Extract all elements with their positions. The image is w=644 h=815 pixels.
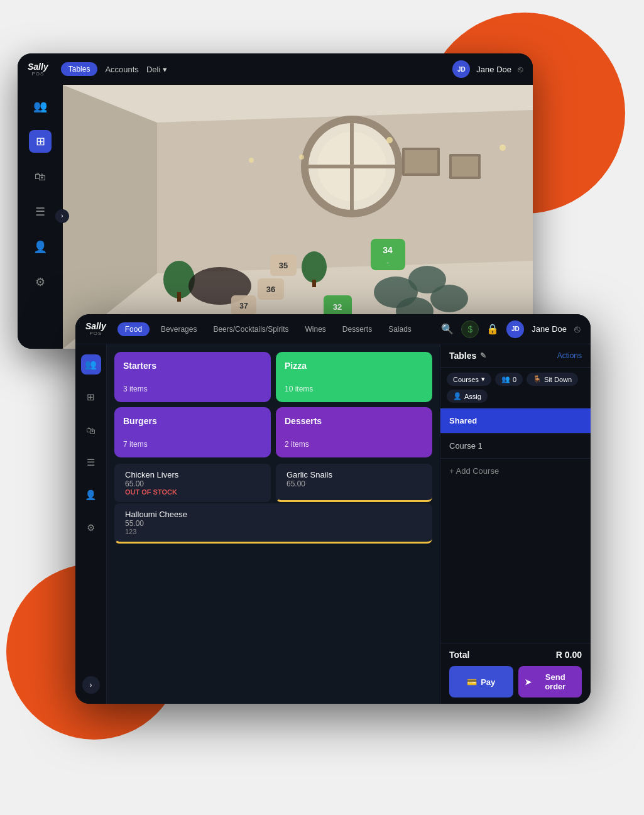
svg-rect-10 <box>405 150 437 173</box>
back-nav-accounts[interactable]: Accounts <box>105 65 138 74</box>
dollar-icon[interactable]: $ <box>461 320 479 338</box>
svg-point-24 <box>430 285 468 312</box>
search-icon[interactable]: 🔍 <box>441 323 454 335</box>
restaurant-floor-plan: 34 - 35 36 37 32 <box>63 85 533 349</box>
order-panel-controls: Courses ▾ 👥 0 🪑 Sit Down 👤 Assig <box>440 368 591 408</box>
burgers-name: Burgers <box>123 416 262 426</box>
items-row-1: Chicken Livers 65.00 OUT OF STOCK Garlic… <box>114 464 432 502</box>
room-svg: 34 - 35 36 37 32 <box>63 85 533 349</box>
course-shared[interactable]: Shared <box>440 408 591 434</box>
front-tablet-header: Sally POS Food Beverages Beers/Cocktails… <box>75 314 591 344</box>
back-logo-text: Sally <box>28 62 48 71</box>
item-chicken-livers[interactable]: Chicken Livers 65.00 OUT OF STOCK <box>114 464 271 502</box>
starters-count: 3 items <box>123 385 262 393</box>
back-sidebar-people-icon[interactable]: 👥 <box>29 95 52 118</box>
pay-button[interactable]: 💳 Pay <box>449 666 513 697</box>
back-nav-tables[interactable]: Tables <box>61 62 98 76</box>
tables-label: Tables ✎ <box>449 351 486 361</box>
back-logo: Sally POS <box>28 62 48 77</box>
edit-tables-icon[interactable]: ✎ <box>480 351 486 360</box>
category-desserts[interactable]: Desserts 2 items <box>276 407 432 457</box>
svg-text:-: - <box>386 258 389 266</box>
guests-pill[interactable]: 👥 0 <box>495 373 523 386</box>
tab-beverages[interactable]: Beverages <box>156 322 202 336</box>
course-1[interactable]: Course 1 <box>440 434 591 459</box>
front-sidebar-list-icon[interactable]: ☰ <box>81 452 101 473</box>
front-user-name: Jane Doe <box>532 324 567 334</box>
svg-point-13 <box>386 137 393 143</box>
order-panel-header: Tables ✎ Actions <box>440 344 591 368</box>
category-burgers[interactable]: Burgers 7 items <box>114 407 271 457</box>
assign-button[interactable]: 👤 Assig <box>447 390 488 403</box>
total-label: Total <box>449 650 469 660</box>
items-row-2: Halloumi Cheese 55.00 123 <box>114 503 432 544</box>
front-tablet-body: 👥 ⊞ 🛍 ☰ 👤 ⚙ › Starters 3 items Pizza 10 … <box>75 344 591 704</box>
halloumi-price: 55.00 <box>125 519 423 528</box>
front-sidebar-collapse[interactable]: › <box>82 676 100 694</box>
desserts-name: Desserts <box>285 416 423 426</box>
svg-point-16 <box>299 155 304 160</box>
front-logout-icon[interactable]: ⎋ <box>574 324 581 335</box>
front-sidebar-tables-icon[interactable]: ⊞ <box>81 387 101 407</box>
total-amount: R 0.00 <box>556 650 582 660</box>
category-grid: Starters 3 items Pizza 10 items Burgers … <box>114 352 432 457</box>
tab-salads[interactable]: Salads <box>383 322 417 336</box>
halloumi-code: 123 <box>125 528 423 535</box>
category-pizza[interactable]: Pizza 10 items <box>276 352 432 402</box>
back-logo-sub: POS <box>31 71 44 77</box>
back-collapse-button[interactable]: › <box>55 209 69 223</box>
back-sidebar-tables-icon[interactable]: ⊞ <box>29 130 52 153</box>
tab-wines[interactable]: Wines <box>300 322 330 336</box>
sit-down-button[interactable]: 🪑 Sit Down <box>527 373 578 386</box>
svg-text:32: 32 <box>333 302 342 312</box>
svg-text:35: 35 <box>279 261 288 270</box>
front-tablet: Sally POS Food Beverages Beers/Cocktails… <box>75 314 591 704</box>
svg-rect-12 <box>452 156 478 177</box>
pay-icon: 💳 <box>467 677 477 687</box>
front-sidebar-settings-icon[interactable]: ⚙ <box>81 518 101 538</box>
chicken-livers-price: 65.00 <box>125 479 262 488</box>
chicken-livers-status: OUT OF STOCK <box>125 488 262 496</box>
svg-point-15 <box>249 158 254 163</box>
svg-text:36: 36 <box>266 285 275 294</box>
desserts-count: 2 items <box>285 440 423 449</box>
room-bg: 34 - 35 36 37 32 <box>63 85 533 349</box>
front-sidebar-team-icon[interactable]: 👤 <box>81 485 101 505</box>
item-halloumi[interactable]: Halloumi Cheese 55.00 123 <box>114 503 432 544</box>
lock-icon[interactable]: 🔒 <box>486 323 499 335</box>
garlic-snails-name: Garlic Snails <box>287 470 423 479</box>
order-panel: Tables ✎ Actions Courses ▾ 👥 0 🪑 Sit Dow… <box>440 344 591 704</box>
send-icon: ➤ <box>525 677 532 687</box>
category-starters[interactable]: Starters 3 items <box>114 352 271 402</box>
add-course-button[interactable]: + Add Course <box>440 459 591 483</box>
tab-food[interactable]: Food <box>117 322 150 336</box>
tab-beers[interactable]: Beers/Cocktails/Spirits <box>208 322 293 336</box>
actions-link[interactable]: Actions <box>557 351 582 360</box>
item-garlic-snails[interactable]: Garlic Snails 65.00 <box>276 464 432 502</box>
menu-items-list: Chicken Livers 65.00 OUT OF STOCK Garlic… <box>114 464 432 544</box>
back-sidebar-settings-icon[interactable]: ⚙ <box>29 271 52 293</box>
tab-desserts[interactable]: Desserts <box>337 322 377 336</box>
order-courses: Shared Course 1 + Add Course <box>440 408 591 643</box>
back-sidebar-list-icon[interactable]: ☰ <box>29 200 52 223</box>
back-logout-icon[interactable]: ⎋ <box>518 64 523 74</box>
front-sidebar-bag-icon[interactable]: 🛍 <box>81 420 101 440</box>
svg-rect-18 <box>177 292 181 302</box>
svg-rect-20 <box>312 280 316 287</box>
back-avatar: JD <box>452 60 470 78</box>
front-logo: Sally POS <box>85 322 106 336</box>
front-sidebar-people-icon[interactable]: 👥 <box>81 354 101 375</box>
back-nav-deli[interactable]: Deli ▾ <box>146 65 167 74</box>
menu-area: Starters 3 items Pizza 10 items Burgers … <box>107 344 440 704</box>
front-logo-text: Sally <box>85 322 106 331</box>
send-order-button[interactable]: ➤ Send order <box>518 666 582 697</box>
courses-pill[interactable]: Courses ▾ <box>447 373 491 386</box>
order-footer: Total R 0.00 💳 Pay ➤ Send order <box>440 643 591 704</box>
front-avatar: JD <box>506 320 524 338</box>
back-sidebar-team-icon[interactable]: 👤 <box>29 236 52 258</box>
back-sidebar-bag-icon[interactable]: 🛍 <box>29 165 52 188</box>
chicken-livers-name: Chicken Livers <box>125 470 262 479</box>
svg-text:37: 37 <box>239 302 248 310</box>
svg-text:34: 34 <box>383 245 393 255</box>
total-row: Total R 0.00 <box>449 650 582 660</box>
